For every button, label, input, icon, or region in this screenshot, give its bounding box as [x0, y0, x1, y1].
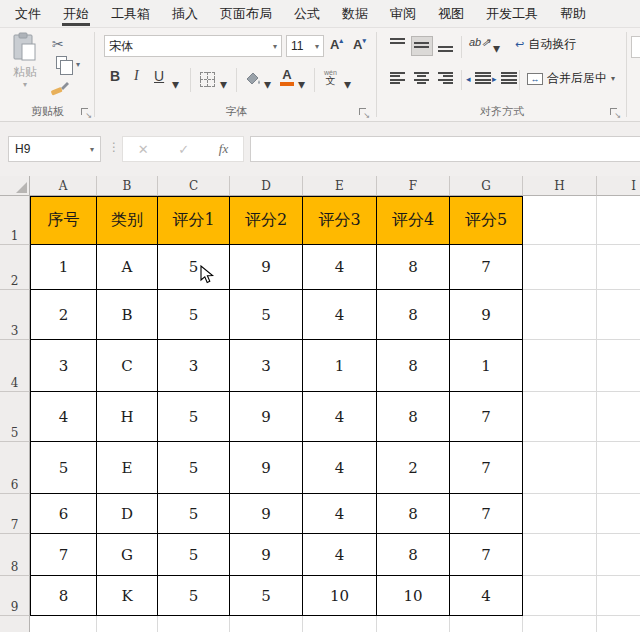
cell-E4[interactable]: 1	[303, 340, 377, 392]
decrease-font-size-button[interactable]: A▾	[353, 37, 366, 52]
row-header-4[interactable]: 4	[0, 340, 30, 392]
cell-B8[interactable]: G	[97, 534, 158, 576]
clipboard-dialog-launcher-icon[interactable]	[80, 107, 91, 118]
tab-页面布局[interactable]: 页面布局	[209, 0, 283, 27]
cell-B1[interactable]: 类别	[97, 196, 158, 245]
cell-B7[interactable]: D	[97, 494, 158, 534]
tab-工具箱[interactable]: 工具箱	[100, 0, 161, 27]
name-box-dropdown-icon[interactable]: ▾	[90, 145, 94, 154]
cell-H3[interactable]	[523, 290, 597, 340]
cell-E9[interactable]: 10	[303, 576, 377, 616]
column-header-H[interactable]: H	[523, 176, 597, 196]
cell-F8[interactable]: 8	[377, 534, 450, 576]
tab-审阅[interactable]: 审阅	[379, 0, 427, 27]
cell-F7[interactable]: 8	[377, 494, 450, 534]
cell-E7[interactable]: 4	[303, 494, 377, 534]
column-header-A[interactable]: A	[30, 176, 97, 196]
alignment-dialog-launcher-icon[interactable]	[609, 107, 620, 118]
cell-B2[interactable]: A	[97, 245, 158, 290]
fill-color-dropdown-icon[interactable]: ▾	[264, 76, 271, 92]
cell-G8[interactable]: 7	[450, 534, 523, 576]
font-color-dropdown-icon[interactable]: ▾	[298, 76, 305, 92]
phonetic-dropdown-icon[interactable]: ▾	[344, 76, 351, 92]
cell-H4[interactable]	[523, 340, 597, 392]
borders-dropdown-icon[interactable]: ▾	[220, 76, 227, 92]
cell-E10[interactable]	[303, 616, 377, 632]
tab-开始[interactable]: 开始	[52, 0, 100, 27]
row-header-6[interactable]: 6	[0, 442, 30, 494]
row-header-5[interactable]: 5	[0, 392, 30, 442]
font-size-combo[interactable]: 11 ▾	[286, 35, 324, 57]
cell-C5[interactable]: 5	[158, 392, 230, 442]
cell-A5[interactable]: 4	[30, 392, 97, 442]
cell-D2[interactable]: 9	[230, 245, 303, 290]
font-name-combo[interactable]: 宋体 ▾	[104, 35, 282, 57]
cell-H2[interactable]	[523, 245, 597, 290]
cell-G9[interactable]: 4	[450, 576, 523, 616]
font-color-button[interactable]: A	[280, 68, 294, 86]
cell-E8[interactable]: 4	[303, 534, 377, 576]
select-all-corner[interactable]	[0, 176, 30, 196]
row-header-9[interactable]: 9	[0, 576, 30, 616]
column-header-G[interactable]: G	[450, 176, 523, 196]
name-box[interactable]: H9 ▾	[8, 136, 101, 162]
cell-D1[interactable]: 评分2	[230, 196, 303, 245]
column-header-E[interactable]: E	[303, 176, 377, 196]
row-header-10[interactable]	[0, 616, 30, 632]
tab-帮助[interactable]: 帮助	[549, 0, 597, 27]
phonetic-guide-button[interactable]: wén 文	[324, 69, 337, 86]
cell-C4[interactable]: 3	[158, 340, 230, 392]
cell-F6[interactable]: 2	[377, 442, 450, 494]
tab-开发工具[interactable]: 开发工具	[475, 0, 549, 27]
cell-A10[interactable]	[30, 616, 97, 632]
cell-E2[interactable]: 4	[303, 245, 377, 290]
cell-D8[interactable]: 9	[230, 534, 303, 576]
cut-button[interactable]: ✂	[52, 36, 64, 52]
row-header-8[interactable]: 8	[0, 534, 30, 576]
cell-A7[interactable]: 6	[30, 494, 97, 534]
enter-button[interactable]: ✓	[178, 142, 189, 157]
cell-C9[interactable]: 5	[158, 576, 230, 616]
fill-color-button[interactable]	[244, 70, 262, 86]
formula-input[interactable]	[250, 136, 640, 162]
top-align-button[interactable]	[387, 36, 409, 56]
tab-视图[interactable]: 视图	[427, 0, 475, 27]
cell-E6[interactable]: 4	[303, 442, 377, 494]
row-header-1[interactable]: 1	[0, 196, 30, 245]
borders-button[interactable]	[200, 72, 215, 87]
column-header-B[interactable]: B	[97, 176, 158, 196]
wrap-text-button[interactable]: ↩ 自动换行	[515, 36, 576, 53]
cell-I10[interactable]	[597, 616, 640, 632]
cell-D4[interactable]: 3	[230, 340, 303, 392]
cell-D5[interactable]: 9	[230, 392, 303, 442]
cell-D7[interactable]: 9	[230, 494, 303, 534]
cell-D10[interactable]	[230, 616, 303, 632]
cell-E5[interactable]: 4	[303, 392, 377, 442]
align-right-button[interactable]	[435, 70, 457, 88]
decrease-indent-button[interactable]: ◂	[467, 70, 491, 88]
cell-B6[interactable]: E	[97, 442, 158, 494]
orientation-button[interactable]: ab⇗	[469, 36, 490, 49]
cell-C3[interactable]: 5	[158, 290, 230, 340]
align-left-button[interactable]	[387, 70, 409, 88]
cell-H7[interactable]	[523, 494, 597, 534]
increase-font-size-button[interactable]: A▴	[330, 37, 343, 52]
cell-I8[interactable]	[597, 534, 640, 576]
cell-G7[interactable]: 7	[450, 494, 523, 534]
cell-B4[interactable]: C	[97, 340, 158, 392]
cell-I2[interactable]	[597, 245, 640, 290]
column-header-C[interactable]: C	[158, 176, 230, 196]
align-center-button[interactable]	[411, 70, 433, 88]
cell-H10[interactable]	[523, 616, 597, 632]
cell-B10[interactable]	[97, 616, 158, 632]
tab-文件[interactable]: 文件	[4, 0, 52, 27]
cell-F5[interactable]: 8	[377, 392, 450, 442]
underline-dropdown-icon[interactable]: ▾	[172, 76, 179, 92]
merge-center-button[interactable]: ↔ 合并后居中 ▾	[527, 70, 615, 87]
cell-F2[interactable]: 8	[377, 245, 450, 290]
cell-D3[interactable]: 5	[230, 290, 303, 340]
cell-I4[interactable]	[597, 340, 640, 392]
cell-B9[interactable]: K	[97, 576, 158, 616]
cell-G4[interactable]: 1	[450, 340, 523, 392]
cell-G2[interactable]: 7	[450, 245, 523, 290]
